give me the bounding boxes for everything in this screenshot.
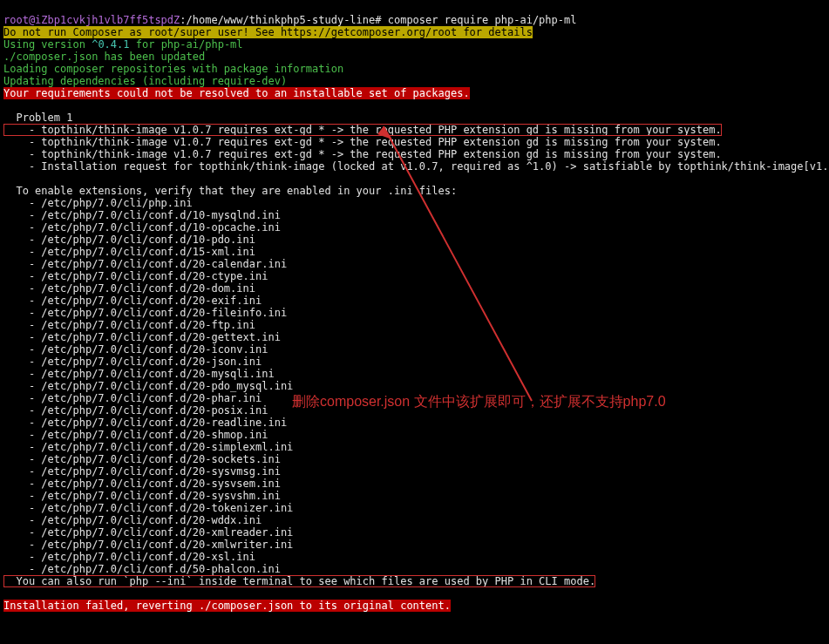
ini-file: - /etc/php/7.0/cli/conf.d/20-gettext.ini bbox=[3, 331, 281, 343]
ini-file: - /etc/php/7.0/cli/conf.d/15-xml.ini bbox=[3, 246, 255, 258]
root-warning: Do not run Composer as root/super user! … bbox=[3, 26, 533, 38]
ini-file: - /etc/php/7.0/cli/conf.d/20-sockets.ini bbox=[3, 453, 281, 465]
ini-file: - /etc/php/7.0/cli/conf.d/20-ftp.ini bbox=[3, 319, 255, 331]
enable-msg: To enable extensions, verify that they a… bbox=[3, 185, 457, 197]
hint-line: You can also run `php --ini` inside term… bbox=[3, 575, 595, 587]
ini-file: - /etc/php/7.0/cli/conf.d/20-phar.ini bbox=[3, 392, 262, 404]
ini-file: - /etc/php/7.0/cli/conf.d/20-xmlwriter.i… bbox=[3, 539, 293, 551]
problem-line: - topthink/think-image v1.0.7 requires e… bbox=[3, 136, 722, 148]
ini-file: - /etc/php/7.0/cli/conf.d/50-phalcon.ini bbox=[3, 563, 281, 575]
ini-file: - /etc/php/7.0/cli/conf.d/10-opcache.ini bbox=[3, 221, 281, 234]
ini-file: - /etc/php/7.0/cli/conf.d/20-xmlreader.i… bbox=[3, 526, 293, 539]
annotation-text: 删除composer.json 文件中该扩展即可，还扩展不支持php7.0 bbox=[292, 396, 666, 408]
ini-file: - /etc/php/7.0/cli/conf.d/10-pdo.ini bbox=[3, 234, 255, 246]
ini-file: - /etc/php/7.0/cli/conf.d/20-exif.ini bbox=[3, 295, 262, 307]
ini-file: - /etc/php/7.0/cli/conf.d/20-wddx.ini bbox=[3, 514, 262, 526]
loading-repos: Loading composer repositories with packa… bbox=[3, 63, 343, 75]
using-version-for: for bbox=[130, 38, 161, 51]
prompt-user: root@iZbp1cvkjh1vlb7ff5tspdZ bbox=[3, 14, 180, 26]
ini-file: - /etc/php/7.0/cli/conf.d/20-fileinfo.in… bbox=[3, 307, 287, 319]
ini-file: - /etc/php/7.0/cli/conf.d/20-dom.ini bbox=[3, 282, 255, 295]
updating-deps: Updating dependencies (including require… bbox=[3, 75, 287, 87]
ini-file: - /etc/php/7.0/cli/conf.d/20-sysvshm.ini bbox=[3, 490, 281, 502]
terminal-output[interactable]: root@iZbp1cvkjh1vlb7ff5tspdZ:/home/www/t… bbox=[0, 0, 829, 613]
ini-file: - /etc/php/7.0/cli/conf.d/20-mysqli.ini bbox=[3, 368, 275, 380]
ini-file: - /etc/php/7.0/cli/conf.d/20-sysvmsg.ini bbox=[3, 465, 281, 478]
ini-file: - /etc/php/7.0/cli/conf.d/20-iconv.ini bbox=[3, 343, 268, 356]
ini-file: - /etc/php/7.0/cli/conf.d/20-sysvsem.ini bbox=[3, 478, 281, 490]
ini-file: - /etc/php/7.0/cli/php.ini bbox=[3, 197, 193, 209]
ini-file: - /etc/php/7.0/cli/conf.d/20-readline.in… bbox=[3, 417, 287, 429]
ini-file: - /etc/php/7.0/cli/conf.d/20-shmop.ini bbox=[3, 429, 268, 441]
problem-line: - topthink/think-image v1.0.7 requires e… bbox=[3, 148, 722, 160]
problem-line: - Installation request for topthink/thin… bbox=[3, 160, 829, 173]
ini-file: - /etc/php/7.0/cli/conf.d/10-mysqlnd.ini bbox=[3, 209, 281, 221]
ini-file: - /etc/php/7.0/cli/conf.d/20-simplexml.i… bbox=[3, 441, 293, 453]
problem-title: Problem 1 bbox=[3, 112, 72, 124]
using-version-pkg: php-ai/php-ml bbox=[161, 38, 243, 51]
ini-file: - /etc/php/7.0/cli/conf.d/20-calendar.in… bbox=[3, 258, 287, 270]
using-version-prefix: Using version bbox=[3, 38, 92, 51]
ini-file: - /etc/php/7.0/cli/conf.d/20-json.ini bbox=[3, 356, 262, 368]
ini-file: - /etc/php/7.0/cli/conf.d/20-xsl.ini bbox=[3, 551, 255, 563]
install-failed: Installation failed, reverting ./compose… bbox=[3, 600, 451, 612]
problem-line-highlighted: - topthink/think-image v1.0.7 requires e… bbox=[3, 124, 722, 136]
composer-updated: ./composer.json has been updated bbox=[3, 51, 205, 63]
using-version-value: ^0.4.1 bbox=[92, 38, 129, 51]
ini-file: - /etc/php/7.0/cli/conf.d/20-tokenizer.i… bbox=[3, 502, 293, 514]
prompt-path: :/home/www/thinkphp5-study-line# bbox=[180, 14, 387, 26]
ini-file: - /etc/php/7.0/cli/conf.d/20-pdo_mysql.i… bbox=[3, 380, 293, 392]
ini-file: - /etc/php/7.0/cli/conf.d/20-posix.ini bbox=[3, 404, 268, 417]
ini-file: - /etc/php/7.0/cli/conf.d/20-ctype.ini bbox=[3, 270, 268, 282]
error-header: Your requirements could not be resolved … bbox=[3, 87, 470, 99]
prompt-cmd: composer require php-ai/php-ml bbox=[388, 14, 577, 26]
